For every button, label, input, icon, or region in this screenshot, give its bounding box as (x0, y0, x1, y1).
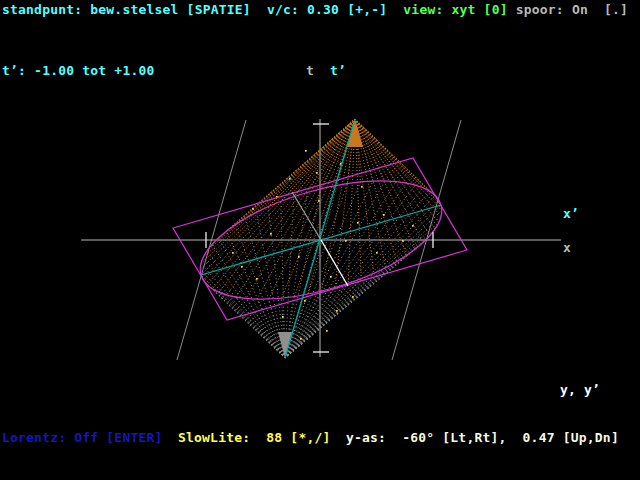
sparkle-dot (345, 240, 347, 242)
past-cone-ray (226, 231, 285, 358)
past-cone-ray (285, 223, 439, 358)
sparkle-dot (316, 172, 318, 174)
dos-relativity-screen: standpunt: bew.stelsel [SPATIE] v/c: 0.3… (0, 0, 640, 480)
sparkle-dot (298, 256, 300, 258)
past-cone-ray (203, 257, 285, 358)
sparkle-dot (256, 278, 258, 280)
t-axis-label: t (306, 63, 314, 78)
sparkle-dot (361, 186, 363, 188)
sparkle-dot (304, 300, 306, 302)
past-cone-apex (278, 332, 292, 358)
sparkle-dot (305, 150, 307, 152)
future-cone-ray (294, 119, 355, 197)
sparkle-dot (282, 316, 284, 318)
past-cone-ray (285, 182, 361, 358)
past-cone-ray (285, 273, 374, 358)
future-cone-ray (355, 119, 441, 216)
past-cone-ray (285, 195, 435, 358)
future-cone-ray (294, 119, 355, 296)
future-cone-ray (355, 119, 439, 200)
future-cone-ray (203, 119, 355, 280)
sparkle-dot (326, 330, 328, 332)
time-range-text: t’: -1.00 tot +1.00 (2, 63, 155, 78)
sparkle-dot (402, 240, 404, 242)
sparkle-dot (376, 252, 378, 254)
past-cone-ray (285, 181, 385, 358)
viewpoint-readout: standpunt: bew.stelsel [SPATIE] v/c: 0.3… (2, 2, 403, 17)
y-axis-settings-readout: y-as: -60° [Lt,Rt], 0.47 [Up,Dn] (346, 430, 619, 445)
future-cone-ray (212, 119, 355, 289)
sparkle-dot (330, 276, 332, 278)
future-cone-ray (355, 119, 423, 188)
future-cone-ray (269, 119, 355, 299)
future-cone-ray (355, 119, 415, 185)
sparkle-dot (270, 233, 272, 235)
view-mode-readout: view: xyt [0] (403, 2, 515, 17)
top-status-bar: standpunt: bew.stelsel [SPATIE] v/c: 0.3… (2, 2, 628, 17)
past-cone-ray (285, 188, 423, 358)
sparkle-dot (357, 222, 359, 224)
sparkle-dot (318, 200, 320, 202)
sparkle-dot (336, 310, 338, 312)
sparkle-dot (300, 338, 302, 340)
past-cone-ray (203, 280, 285, 358)
future-cone-ray (200, 119, 355, 270)
x-axis-label: x (563, 240, 571, 255)
lorentz-toggle-readout: Lorentz: Off [ENTER] (2, 430, 163, 445)
past-cone-ray (207, 285, 285, 358)
sparkle-dot (252, 208, 254, 210)
past-cone-ray (219, 238, 285, 358)
x-prime-axis-label: x’ (563, 206, 579, 221)
past-cone-ray (201, 264, 285, 358)
past-cone-ray (285, 183, 406, 358)
sparkle-dot (241, 266, 243, 268)
y-axis-label: y, y’ (560, 382, 600, 397)
sparkle-dot (383, 214, 385, 216)
sparkle-dot (352, 296, 354, 298)
track-toggle-readout: spoor: On [.] (516, 2, 628, 17)
past-cone-ray (200, 270, 285, 358)
slowlite-readout: SlowLite: 88 [*,/] (178, 430, 331, 445)
y-axis-positive-line (321, 240, 348, 286)
sparkle-dot (232, 252, 234, 254)
t-prime-axis-label: t’ (330, 63, 346, 78)
future-cone-ray (245, 119, 355, 218)
sparkle-dot (412, 225, 414, 227)
future-cone-ray (226, 119, 355, 231)
time-range-readout: t’: -1.00 tot +1.00 (2, 63, 155, 78)
future-cone-ray (355, 119, 435, 229)
sparkle-dot (289, 178, 291, 180)
